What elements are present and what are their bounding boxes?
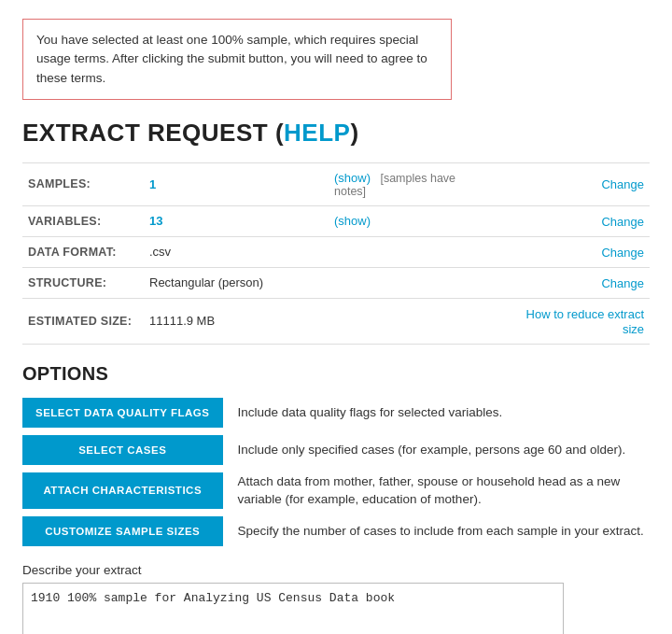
select-cases-button[interactable]: SELECT CASES bbox=[22, 435, 223, 465]
table-row: STRUCTURE: Rectangular (person) Change bbox=[22, 267, 650, 298]
table-row: DATA FORMAT: .csv Change bbox=[22, 236, 650, 267]
attach-characteristics-button[interactable]: ATTACH CHARACTERISTICS bbox=[22, 472, 223, 509]
data-format-change-link[interactable]: Change bbox=[601, 246, 644, 260]
estimated-size-label: ESTIMATED SIZE: bbox=[22, 298, 144, 344]
variables-label: VARIABLES: bbox=[22, 205, 144, 236]
structure-value: Rectangular (person) bbox=[144, 267, 330, 298]
options-title: OPTIONS bbox=[22, 363, 650, 385]
page-title: EXTRACT REQUEST (HELP) bbox=[22, 119, 650, 148]
warning-box: You have selected at least one 100% samp… bbox=[22, 19, 452, 100]
structure-label: STRUCTURE: bbox=[22, 267, 144, 298]
describe-section: Describe your extract bbox=[22, 563, 650, 634]
variables-change-link[interactable]: Change bbox=[601, 215, 644, 229]
describe-textarea[interactable] bbox=[22, 583, 564, 634]
samples-label: SAMPLES: bbox=[22, 162, 144, 205]
structure-change-link[interactable]: Change bbox=[601, 276, 644, 290]
customize-sample-sizes-desc: Specify the number of cases to include f… bbox=[238, 516, 651, 546]
describe-label: Describe your extract bbox=[22, 563, 650, 577]
warning-text: You have selected at least one 100% samp… bbox=[36, 33, 427, 85]
select-cases-desc: Include only specified cases (for exampl… bbox=[238, 435, 651, 465]
data-format-value: .csv bbox=[144, 236, 330, 267]
attach-characteristics-desc: Attach data from mother, father, spouse … bbox=[238, 472, 651, 509]
estimated-size-value: 11111.9 MB bbox=[144, 298, 330, 344]
data-format-label: DATA FORMAT: bbox=[22, 236, 144, 267]
extract-info-table: SAMPLES: 1 (show) [samples have notes] C… bbox=[22, 162, 650, 345]
table-row: SAMPLES: 1 (show) [samples have notes] C… bbox=[22, 162, 650, 205]
select-data-quality-flags-desc: Include data quality flags for selected … bbox=[238, 398, 651, 428]
table-row: VARIABLES: 13 (show) Change bbox=[22, 205, 650, 236]
select-data-quality-flags-button[interactable]: SELECT DATA QUALITY FLAGS bbox=[22, 398, 223, 428]
samples-change-link[interactable]: Change bbox=[601, 177, 644, 191]
variables-value: 13 bbox=[149, 214, 162, 228]
variables-show-link[interactable]: (show) bbox=[334, 214, 371, 228]
samples-value: 1 bbox=[149, 177, 156, 191]
table-row: ESTIMATED SIZE: 11111.9 MB How to reduce… bbox=[22, 298, 650, 344]
customize-sample-sizes-button[interactable]: CUSTOMIZE SAMPLE SIZES bbox=[22, 516, 223, 546]
help-link[interactable]: HELP bbox=[284, 119, 350, 147]
options-grid: SELECT DATA QUALITY FLAGS Include data q… bbox=[22, 398, 650, 546]
reduce-size-link[interactable]: How to reduce extract size bbox=[526, 307, 644, 336]
samples-show-link[interactable]: (show) bbox=[334, 171, 371, 185]
